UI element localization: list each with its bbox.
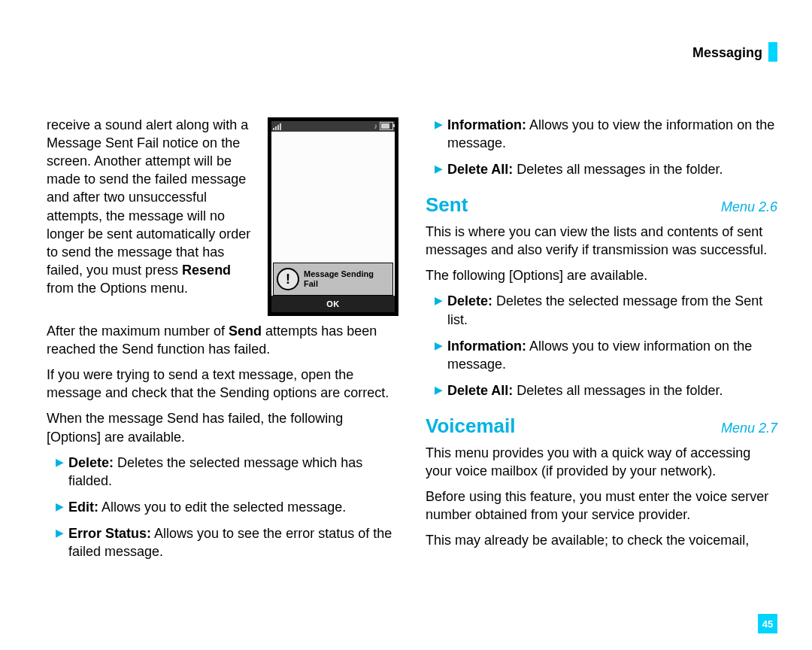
arrow-icon: ▶ [435, 337, 443, 354]
menu-reference: Menu 2.7 [721, 419, 777, 437]
arrow-icon: ▶ [56, 454, 64, 470]
battery-icon [380, 122, 393, 130]
list-item: ▶ Delete: Deletes the selected message f… [426, 292, 777, 328]
warning-icon: ! [277, 268, 299, 290]
two-column-layout: ♪ ! Message Sending Fail [47, 116, 777, 569]
header-accent-bar [768, 42, 777, 62]
list-item: ▶ Delete: Deletes the selected message w… [47, 454, 398, 490]
header-title: Messaging [692, 45, 762, 60]
right-column: ▶ Information: Allows you to view the in… [426, 116, 777, 569]
arrow-icon: ▶ [435, 160, 443, 177]
section-header-sent: Sent Menu 2.6 [426, 192, 777, 218]
softkey-ok: OK [271, 296, 395, 312]
paragraph: When the message Send has failed, the fo… [47, 409, 398, 445]
paragraph: This is where you can view the lists and… [426, 223, 777, 259]
paragraph: After the maximum number of Send attempt… [47, 322, 398, 358]
list-item: ▶ Error Status: Allows you to see the er… [47, 524, 398, 560]
arrow-icon: ▶ [435, 292, 443, 308]
menu-reference: Menu 2.6 [721, 198, 777, 216]
list-item: ▶ Delete All: Deletes all messages in th… [426, 160, 777, 178]
list-item: ▶ Information: Allows you to view the in… [426, 116, 777, 152]
paragraph: The following [Options] are available. [426, 266, 777, 284]
section-title: Sent [426, 192, 468, 218]
popup-line-1: Message Sending [304, 269, 374, 278]
list-item: ▶ Edit: Allows you to edit the selected … [47, 498, 398, 516]
phone-screenshot: ♪ ! Message Sending Fail [268, 117, 398, 316]
mute-icon: ♪ [374, 121, 377, 131]
paragraph: This may already be available; to check … [426, 531, 777, 549]
message-fail-popup: ! Message Sending Fail [273, 263, 393, 296]
paragraph: Before using this feature, you must ente… [426, 487, 777, 524]
page-header: Messaging [47, 44, 777, 63]
paragraph: This menu provides you with a quick way … [426, 444, 777, 480]
page: Messaging ♪ [0, 0, 812, 584]
section-header-voicemail: Voicemail Menu 2.7 [426, 413, 777, 439]
left-column: ♪ ! Message Sending Fail [47, 116, 398, 569]
arrow-icon: ▶ [56, 524, 64, 541]
signal-icon [273, 123, 281, 130]
arrow-icon: ▶ [435, 381, 443, 398]
section-title: Voicemail [426, 413, 515, 439]
arrow-icon: ▶ [56, 498, 64, 515]
popup-line-2: Fail [304, 279, 318, 288]
paragraph: If you were trying to send a text messag… [47, 366, 398, 402]
arrow-icon: ▶ [435, 116, 443, 132]
phone-status-bar: ♪ [271, 121, 395, 132]
list-item: ▶ Information: Allows you to view inform… [426, 337, 777, 373]
page-number-badge: 45 [758, 614, 777, 633]
list-item: ▶ Delete All: Deletes all messages in th… [426, 381, 777, 399]
